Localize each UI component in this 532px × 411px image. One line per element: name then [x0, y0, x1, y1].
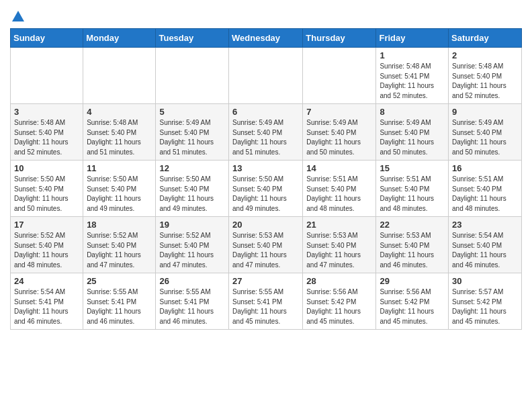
day-number: 14 — [306, 163, 372, 173]
calendar-day-cell: 1Sunrise: 5:48 AMSunset: 5:41 PMDaylight… — [376, 48, 449, 104]
calendar-day-cell — [156, 48, 229, 104]
day-number: 22 — [380, 220, 445, 230]
day-detail: Sunrise: 5:51 AMSunset: 5:40 PMDaylight:… — [306, 175, 372, 214]
day-of-week-header: Tuesday — [156, 29, 229, 48]
day-number: 1 — [380, 50, 445, 60]
day-of-week-header: Wednesday — [229, 29, 303, 48]
day-detail: Sunrise: 5:53 AMSunset: 5:40 PMDaylight:… — [232, 231, 299, 270]
calendar-day-cell: 26Sunrise: 5:55 AMSunset: 5:41 PMDayligh… — [156, 273, 229, 330]
calendar-day-cell: 24Sunrise: 5:54 AMSunset: 5:41 PMDayligh… — [11, 273, 83, 330]
calendar-week-row: 1Sunrise: 5:48 AMSunset: 5:41 PMDaylight… — [11, 48, 522, 104]
day-detail: Sunrise: 5:48 AMSunset: 5:40 PMDaylight:… — [452, 62, 518, 101]
calendar-day-cell: 7Sunrise: 5:49 AMSunset: 5:40 PMDaylight… — [303, 104, 376, 161]
svg-marker-0 — [12, 11, 24, 21]
calendar-week-row: 3Sunrise: 5:48 AMSunset: 5:40 PMDaylight… — [11, 104, 522, 161]
calendar-day-cell: 2Sunrise: 5:48 AMSunset: 5:40 PMDaylight… — [449, 48, 522, 104]
day-number: 11 — [87, 163, 152, 173]
day-number: 24 — [14, 276, 79, 286]
page: SundayMondayTuesdayWednesdayThursdayFrid… — [0, 0, 532, 340]
day-of-week-header: Saturday — [449, 29, 522, 48]
day-detail: Sunrise: 5:52 AMSunset: 5:40 PMDaylight:… — [159, 231, 225, 270]
day-number: 2 — [452, 50, 518, 60]
day-detail: Sunrise: 5:55 AMSunset: 5:41 PMDaylight:… — [232, 287, 299, 326]
calendar-day-cell — [83, 48, 156, 104]
calendar-day-cell: 22Sunrise: 5:53 AMSunset: 5:40 PMDayligh… — [376, 217, 449, 273]
day-number: 30 — [452, 276, 518, 286]
day-detail: Sunrise: 5:49 AMSunset: 5:40 PMDaylight:… — [306, 118, 372, 157]
day-detail: Sunrise: 5:51 AMSunset: 5:40 PMDaylight:… — [380, 175, 445, 214]
calendar-day-cell — [11, 48, 83, 104]
day-number: 15 — [380, 163, 445, 173]
day-detail: Sunrise: 5:48 AMSunset: 5:41 PMDaylight:… — [380, 62, 445, 101]
day-detail: Sunrise: 5:50 AMSunset: 5:40 PMDaylight:… — [14, 175, 79, 214]
day-number: 16 — [452, 163, 518, 173]
day-detail: Sunrise: 5:51 AMSunset: 5:40 PMDaylight:… — [452, 175, 518, 214]
day-number: 28 — [306, 276, 372, 286]
calendar-day-cell: 4Sunrise: 5:48 AMSunset: 5:40 PMDaylight… — [83, 104, 156, 161]
calendar-day-cell: 29Sunrise: 5:56 AMSunset: 5:42 PMDayligh… — [376, 273, 449, 330]
day-number: 8 — [380, 107, 445, 117]
day-detail: Sunrise: 5:50 AMSunset: 5:40 PMDaylight:… — [232, 175, 299, 214]
calendar-day-cell: 25Sunrise: 5:55 AMSunset: 5:41 PMDayligh… — [83, 273, 156, 330]
calendar-day-cell: 6Sunrise: 5:49 AMSunset: 5:40 PMDaylight… — [229, 104, 303, 161]
calendar-day-cell: 17Sunrise: 5:52 AMSunset: 5:40 PMDayligh… — [11, 217, 83, 273]
day-detail: Sunrise: 5:49 AMSunset: 5:40 PMDaylight:… — [232, 118, 299, 157]
day-number: 7 — [306, 107, 372, 117]
day-detail: Sunrise: 5:48 AMSunset: 5:40 PMDaylight:… — [14, 118, 79, 157]
day-detail: Sunrise: 5:50 AMSunset: 5:40 PMDaylight:… — [159, 175, 225, 214]
calendar-header-row: SundayMondayTuesdayWednesdayThursdayFrid… — [11, 29, 522, 48]
day-detail: Sunrise: 5:54 AMSunset: 5:40 PMDaylight:… — [452, 231, 518, 270]
calendar-day-cell: 28Sunrise: 5:56 AMSunset: 5:42 PMDayligh… — [303, 273, 376, 330]
day-detail: Sunrise: 5:55 AMSunset: 5:41 PMDaylight:… — [87, 287, 152, 326]
calendar-day-cell: 18Sunrise: 5:52 AMSunset: 5:40 PMDayligh… — [83, 217, 156, 273]
day-detail: Sunrise: 5:54 AMSunset: 5:41 PMDaylight:… — [14, 287, 79, 326]
day-of-week-header: Friday — [376, 29, 449, 48]
day-of-week-header: Sunday — [11, 29, 83, 48]
header — [10, 7, 522, 23]
calendar-day-cell — [303, 48, 376, 104]
calendar-day-cell: 12Sunrise: 5:50 AMSunset: 5:40 PMDayligh… — [156, 161, 229, 217]
day-number: 20 — [232, 220, 299, 230]
calendar-day-cell: 15Sunrise: 5:51 AMSunset: 5:40 PMDayligh… — [376, 161, 449, 217]
day-of-week-header: Thursday — [303, 29, 376, 48]
day-detail: Sunrise: 5:52 AMSunset: 5:40 PMDaylight:… — [87, 231, 152, 270]
day-number: 4 — [87, 107, 152, 117]
day-number: 6 — [232, 107, 299, 117]
calendar-day-cell: 9Sunrise: 5:49 AMSunset: 5:40 PMDaylight… — [449, 104, 522, 161]
day-detail: Sunrise: 5:57 AMSunset: 5:42 PMDaylight:… — [452, 287, 518, 326]
day-of-week-header: Monday — [83, 29, 156, 48]
calendar-day-cell: 20Sunrise: 5:53 AMSunset: 5:40 PMDayligh… — [229, 217, 303, 273]
calendar-day-cell: 11Sunrise: 5:50 AMSunset: 5:40 PMDayligh… — [83, 161, 156, 217]
day-number: 17 — [14, 220, 79, 230]
day-detail: Sunrise: 5:53 AMSunset: 5:40 PMDaylight:… — [380, 231, 445, 270]
calendar-day-cell: 19Sunrise: 5:52 AMSunset: 5:40 PMDayligh… — [156, 217, 229, 273]
calendar-day-cell: 13Sunrise: 5:50 AMSunset: 5:40 PMDayligh… — [229, 161, 303, 217]
day-detail: Sunrise: 5:50 AMSunset: 5:40 PMDaylight:… — [87, 175, 152, 214]
day-number: 29 — [380, 276, 445, 286]
day-number: 21 — [306, 220, 372, 230]
day-number: 19 — [159, 220, 225, 230]
day-detail: Sunrise: 5:53 AMSunset: 5:40 PMDaylight:… — [306, 231, 372, 270]
day-number: 13 — [232, 163, 299, 173]
calendar-week-row: 17Sunrise: 5:52 AMSunset: 5:40 PMDayligh… — [11, 217, 522, 273]
day-detail: Sunrise: 5:49 AMSunset: 5:40 PMDaylight:… — [159, 118, 225, 157]
calendar-day-cell: 21Sunrise: 5:53 AMSunset: 5:40 PMDayligh… — [303, 217, 376, 273]
day-number: 26 — [159, 276, 225, 286]
day-detail: Sunrise: 5:55 AMSunset: 5:41 PMDaylight:… — [159, 287, 225, 326]
calendar-day-cell: 23Sunrise: 5:54 AMSunset: 5:40 PMDayligh… — [449, 217, 522, 273]
calendar-week-row: 10Sunrise: 5:50 AMSunset: 5:40 PMDayligh… — [11, 161, 522, 217]
calendar-day-cell: 3Sunrise: 5:48 AMSunset: 5:40 PMDaylight… — [11, 104, 83, 161]
calendar-day-cell — [229, 48, 303, 104]
day-number: 12 — [159, 163, 225, 173]
logo — [10, 9, 26, 23]
calendar-week-row: 24Sunrise: 5:54 AMSunset: 5:41 PMDayligh… — [11, 273, 522, 330]
day-number: 27 — [232, 276, 299, 286]
day-detail: Sunrise: 5:56 AMSunset: 5:42 PMDaylight:… — [306, 287, 372, 326]
calendar-day-cell: 27Sunrise: 5:55 AMSunset: 5:41 PMDayligh… — [229, 273, 303, 330]
calendar-day-cell: 5Sunrise: 5:49 AMSunset: 5:40 PMDaylight… — [156, 104, 229, 161]
calendar-day-cell: 16Sunrise: 5:51 AMSunset: 5:40 PMDayligh… — [449, 161, 522, 217]
day-number: 23 — [452, 220, 518, 230]
day-number: 9 — [452, 107, 518, 117]
calendar-table: SundayMondayTuesdayWednesdayThursdayFrid… — [10, 28, 522, 330]
calendar-day-cell: 14Sunrise: 5:51 AMSunset: 5:40 PMDayligh… — [303, 161, 376, 217]
